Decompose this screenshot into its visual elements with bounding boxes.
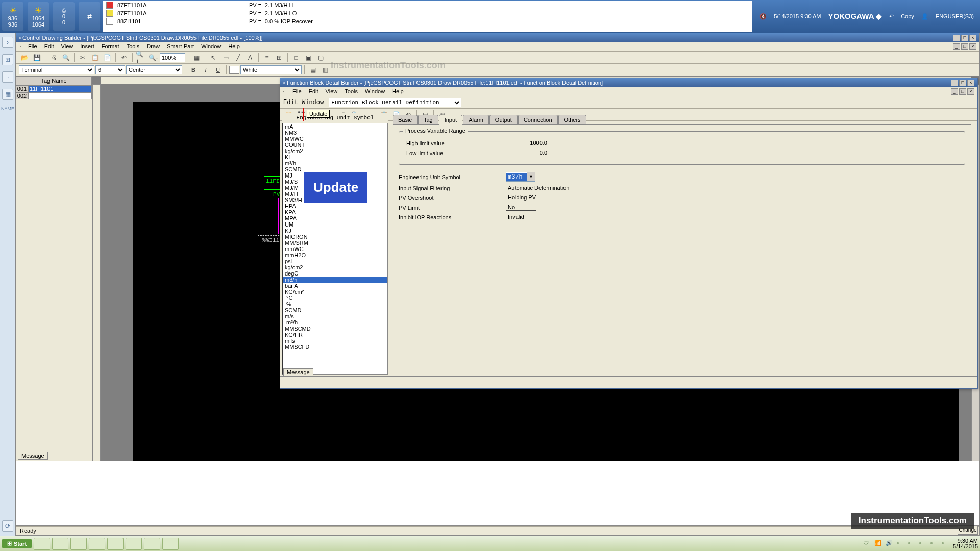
undo-icon[interactable]: ↶ <box>889 13 894 20</box>
overshoot-value[interactable]: Holding PV <box>506 194 572 201</box>
high-limit-value[interactable]: 1000.0 <box>513 140 549 146</box>
undo-icon[interactable]: ↶ <box>118 53 130 63</box>
align-select[interactable]: Center <box>126 65 182 74</box>
unit-item[interactable]: MMWC <box>283 136 387 142</box>
unit-item[interactable]: MMSCMD <box>283 325 387 332</box>
maximize-button[interactable]: □ <box>959 80 966 86</box>
unit-item[interactable]: % <box>283 301 387 307</box>
start-button[interactable]: ⊞Start <box>2 539 32 548</box>
alarm-row[interactable]: 87FT1101APV = -2.1 M3/H LL <box>103 1 752 9</box>
taskbar-app-1[interactable] <box>34 538 50 550</box>
paste-icon[interactable]: 📄 <box>102 53 113 63</box>
taskbar-app-5[interactable] <box>107 538 124 550</box>
zoom-out-icon[interactable]: 🔍- <box>148 53 159 63</box>
menu-edit[interactable]: Edit <box>44 43 54 50</box>
tab-alarm[interactable]: Alarm <box>463 115 489 124</box>
menu-tools[interactable]: Tools <box>127 43 140 50</box>
alarm-row[interactable]: 88ZI1101PV = -0.0 % IOP Recover <box>103 17 752 26</box>
edit-window-select[interactable]: Function Block Detail Definition <box>329 98 461 107</box>
status-box-4[interactable]: ⇄ <box>79 2 100 31</box>
menu-window[interactable]: Window <box>201 43 221 50</box>
child-minimize-button[interactable]: _ <box>953 43 960 50</box>
fbd-message-tab[interactable]: Message <box>283 368 313 377</box>
block-icon[interactable]: ▭ <box>220 53 231 63</box>
unit-item[interactable]: MPA <box>283 215 387 221</box>
unit-item[interactable]: MM/SRM <box>283 240 387 246</box>
unit-item[interactable]: m³/h <box>283 319 387 325</box>
minimize-button[interactable]: _ <box>953 35 960 41</box>
unit-item[interactable]: KG/HR <box>283 332 387 338</box>
tree-icon[interactable]: ⊞ <box>2 54 13 65</box>
taskbar-app-8[interactable] <box>162 538 179 550</box>
tray-app3-icon[interactable]: ▫ <box>919 540 927 548</box>
refresh-icon[interactable]: ⟳ <box>2 520 13 532</box>
tab-output[interactable]: Output <box>489 115 518 124</box>
terminal-select[interactable]: Terminal <box>19 65 94 74</box>
tab-basic[interactable]: Basic <box>393 115 418 124</box>
child-maximize-button[interactable]: □ <box>961 43 968 50</box>
menu-tools[interactable]: Tools <box>345 88 358 95</box>
message-area[interactable] <box>16 461 979 526</box>
taskbar-app-7[interactable] <box>144 538 160 550</box>
copy-button[interactable]: Copy <box>901 13 914 19</box>
unit-item[interactable]: KPA <box>283 209 387 215</box>
font-size-select[interactable]: 6 <box>95 65 125 74</box>
bold-button[interactable]: B <box>188 65 199 75</box>
copy-icon[interactable]: 📋 <box>89 53 101 63</box>
taskbar-app-6[interactable] <box>126 538 142 550</box>
unit-item[interactable]: NM3 <box>283 130 387 136</box>
menu-file[interactable]: File <box>292 88 302 95</box>
taskbar-app-4[interactable] <box>89 538 105 550</box>
unit-item[interactable]: SCMD <box>283 166 387 172</box>
unit-item[interactable]: MICRON <box>283 234 387 240</box>
tray-shield-icon[interactable]: 🛡 <box>863 540 871 548</box>
tab-input[interactable]: Input <box>439 115 462 125</box>
taskbar-app-2[interactable] <box>52 538 68 550</box>
eng-unit-combo[interactable]: ▼ <box>506 172 535 182</box>
box1-icon[interactable]: □ <box>290 53 302 63</box>
menu-edit[interactable]: Edit <box>309 88 318 95</box>
child-maximize-button[interactable]: □ <box>959 88 966 95</box>
unit-item[interactable]: KG/cm² <box>283 289 387 295</box>
layout1-icon[interactable]: ▤ <box>307 65 318 75</box>
tray-app1-icon[interactable]: ▫ <box>897 540 905 548</box>
alarm-row[interactable]: 87FT1101APV = -2.1 M3/H LO <box>103 9 752 17</box>
tray-app5-icon[interactable]: ▫ <box>942 540 950 548</box>
color-select[interactable]: White <box>240 65 302 74</box>
color-swatch[interactable] <box>229 66 239 74</box>
tray-app4-icon[interactable]: ▫ <box>930 540 939 548</box>
unit-item[interactable]: mils <box>283 338 387 344</box>
unit-item[interactable]: COUNT <box>283 142 387 148</box>
close-button[interactable]: × <box>967 80 974 86</box>
unit-item[interactable]: m/s <box>283 313 387 319</box>
tray-sound-icon[interactable]: 🔊 <box>886 540 894 548</box>
unit-listbox[interactable]: mANM3MMWCCOUNTkg/cm2KLm³/hSCMDMJMJ/SMJ/M… <box>282 123 388 375</box>
unit-item[interactable]: mmH2O <box>283 252 387 258</box>
child-close-button[interactable]: × <box>967 88 974 95</box>
user-icon[interactable]: 👤 <box>921 13 928 20</box>
open-icon[interactable]: 📂 <box>19 53 30 63</box>
box2-icon[interactable]: ▣ <box>303 53 314 63</box>
window-title-bar[interactable]: ▫ Control Drawing Builder - [Pjt:GSPCOGT… <box>16 33 979 42</box>
chevron-down-icon[interactable]: ▼ <box>527 172 535 181</box>
unit-item[interactable]: m³/h <box>283 160 387 166</box>
align2-icon[interactable]: ⊞ <box>274 53 285 63</box>
unit-item[interactable]: mA <box>283 123 387 130</box>
unit-item[interactable]: degC <box>283 270 387 277</box>
fbd-title-bar[interactable]: ▫ Function Block Detail Builder - [Pjt:G… <box>280 78 977 87</box>
unit-item[interactable]: kg/cm2 <box>283 148 387 154</box>
status-box-1[interactable]: ☀936936 <box>2 2 23 31</box>
status-box-2[interactable]: ☀10641064 <box>28 2 49 31</box>
preview-icon[interactable]: 🔍 <box>60 53 71 63</box>
menu-format[interactable]: Format <box>102 43 119 50</box>
menu-insert[interactable]: Insert <box>80 43 94 50</box>
line-icon[interactable]: ╱ <box>232 53 243 63</box>
tray-network-icon[interactable]: 📶 <box>874 540 883 548</box>
tab-connection[interactable]: Connection <box>518 115 558 124</box>
print-icon[interactable]: 🖨 <box>48 53 59 63</box>
inhibit-value[interactable]: Invalid <box>506 214 547 220</box>
align-icon[interactable]: ≡ <box>261 53 273 63</box>
status-box-3[interactable]: ⎙00 <box>53 2 75 31</box>
taskbar-app-3[interactable] <box>70 538 87 550</box>
menu-view[interactable]: View <box>326 88 338 95</box>
